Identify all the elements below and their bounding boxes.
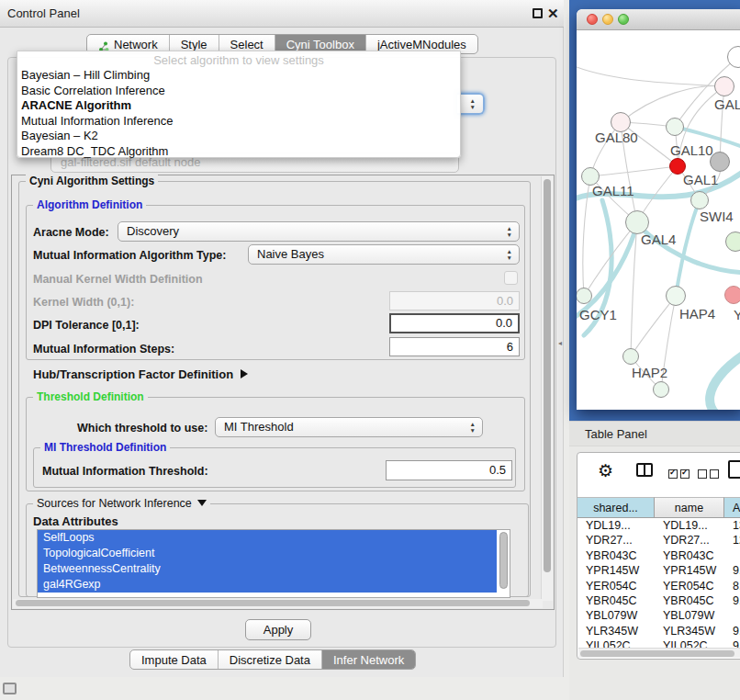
table-row[interactable]: YBL079WYBL079W xyxy=(577,608,740,623)
table-horizontal-scrollbar[interactable] xyxy=(578,648,740,658)
cyni-bottom-tabbar: Impute Data Discretize Data Infer Networ… xyxy=(129,649,416,670)
stepper-arrows-icon: ▲▼ xyxy=(507,225,512,238)
list-item[interactable]: TopologicalCoefficient xyxy=(38,546,497,561)
node-label: SWI4 xyxy=(700,209,734,224)
which-threshold-combobox[interactable]: MI Threshold ▲▼ xyxy=(215,417,483,437)
data-attributes-list: SelfLoops TopologicalCoefficient Between… xyxy=(37,529,510,598)
window-zoom-icon[interactable] xyxy=(618,14,629,25)
chevron-down-icon xyxy=(197,500,207,506)
mi-algorithm-type-label: Mutual Information Algorithm Type: xyxy=(33,249,226,262)
cyni-algorithm-settings-title: Cyni Algorithm Settings xyxy=(26,175,158,187)
list-item[interactable]: gal4RGexp xyxy=(38,577,497,593)
manual-kernel-width-label: Manual Kernel Width Definition xyxy=(33,273,203,286)
node-label: GAL4 xyxy=(641,231,676,247)
table-panel-body: ⚙ shared... name A YDL19...YDL19...13 YD… xyxy=(577,452,740,660)
table-row[interactable]: YBR045CYBR045C9. xyxy=(577,593,740,608)
aracne-mode-label: Aracne Mode: xyxy=(33,226,109,239)
dropdown-item-bayesian-k2[interactable]: Bayesian – K2 xyxy=(17,129,460,144)
list-item[interactable]: SelfLoops xyxy=(38,530,497,546)
mi-steps-field[interactable]: 6 xyxy=(389,337,520,356)
tab-impute-data[interactable]: Impute Data xyxy=(130,650,219,669)
manual-kernel-width-checkbox[interactable] xyxy=(504,271,518,285)
node-label: GAL xyxy=(714,96,740,112)
kernel-width-label: Kernel Width (0,1): xyxy=(33,296,134,309)
table-panel-titlebar: Table Panel xyxy=(569,421,740,446)
window-minimize-icon[interactable] xyxy=(602,14,613,25)
network-node[interactable] xyxy=(653,381,669,398)
network-window-titlebar[interactable] xyxy=(577,9,740,30)
float-window-icon[interactable] xyxy=(533,8,543,18)
list-item[interactable]: BetweennessCentrality xyxy=(38,561,497,577)
network-view-window[interactable]: GAL GAL80 GAL10 GAL1 GAL11 SWI4 GAL4 GCY… xyxy=(577,9,740,410)
node-label: HAP2 xyxy=(632,365,667,380)
columns-icon[interactable] xyxy=(636,463,653,477)
dpi-tolerance-field[interactable]: 0.0 xyxy=(389,313,520,333)
table-row[interactable]: YDR27...YDR27...12 xyxy=(577,533,740,548)
dropdown-item-basic-correlation[interactable]: Basic Correlation Inference xyxy=(17,84,460,99)
threshold-definition-title: Threshold Definition xyxy=(33,390,148,403)
hub-tf-definition-toggle[interactable]: Hub/Transcription Factor Definition xyxy=(33,367,248,381)
dropdown-placeholder: Select algorithm to view settings xyxy=(17,52,460,68)
network-canvas[interactable]: GAL GAL80 GAL10 GAL1 GAL11 SWI4 GAL4 GCY… xyxy=(577,30,740,410)
vertical-scrollbar[interactable] xyxy=(541,176,553,601)
node-label: GAL80 xyxy=(595,130,638,145)
node-label: Y xyxy=(734,307,740,322)
network-tab-icon xyxy=(98,39,109,50)
list-vertical-scrollbar[interactable] xyxy=(499,532,508,594)
mi-steps-label: Mutual Information Steps: xyxy=(33,343,174,356)
control-panel-title: Control Panel xyxy=(7,0,80,28)
tab-infer-network[interactable]: Infer Network xyxy=(322,650,415,669)
splitter-collapse-icon[interactable]: ◂ xyxy=(558,339,562,347)
column-header-shared-name[interactable]: shared... xyxy=(577,497,655,518)
sources-toggle[interactable]: Sources for Network Inference xyxy=(33,497,210,510)
algorithm-combobox-end[interactable]: ▲▼ xyxy=(457,93,485,115)
kernel-width-field[interactable]: 0.0 xyxy=(389,291,520,310)
node-label: GCY1 xyxy=(579,307,617,322)
table-row[interactable]: YPR145WYPR145W9. xyxy=(577,563,740,578)
apply-button[interactable]: Apply xyxy=(245,619,311,640)
network-node-hap2[interactable] xyxy=(622,348,639,365)
horizontal-scrollbar[interactable] xyxy=(13,599,543,608)
network-node-hap4[interactable] xyxy=(666,286,686,306)
dropdown-item-mutual-information[interactable]: Mutual Information Inference xyxy=(17,114,460,130)
network-node[interactable] xyxy=(724,286,740,304)
chevron-right-icon xyxy=(241,369,248,378)
network-node[interactable] xyxy=(714,76,734,96)
which-threshold-label: Which threshold to use: xyxy=(77,422,207,435)
window-close-icon[interactable] xyxy=(587,14,598,25)
aracne-mode-combobox[interactable]: Discovery ▲▼ xyxy=(118,221,520,242)
network-node-gal10[interactable] xyxy=(666,118,684,136)
table-row[interactable]: YLR345WYLR345W9. xyxy=(577,624,740,638)
new-table-icon[interactable] xyxy=(728,460,740,479)
node-label: GAL10 xyxy=(670,142,713,158)
restore-panel-icon[interactable] xyxy=(3,683,17,694)
node-label: GAL11 xyxy=(592,183,634,198)
algorithm-definition-title: Algorithm Definition xyxy=(33,198,146,211)
table-row[interactable]: YER054CYER054C8. xyxy=(577,579,740,593)
network-node-swi4[interactable] xyxy=(690,191,709,209)
network-node[interactable] xyxy=(725,231,740,252)
table-row[interactable]: YBR043CYBR043C xyxy=(577,548,740,563)
stepper-arrows-icon: ▲▼ xyxy=(470,97,476,110)
column-header-partial[interactable]: A xyxy=(724,497,740,518)
select-all-checkboxes-icon[interactable] xyxy=(668,466,690,482)
dropdown-item-dream8[interactable]: Dream8 DC_TDC Algorithm xyxy=(17,144,460,160)
data-attributes-label: Data Attributes xyxy=(33,514,118,528)
deselect-all-checkboxes-icon[interactable] xyxy=(698,466,719,482)
gear-icon[interactable]: ⚙ xyxy=(598,462,613,480)
dropdown-item-aracne[interactable]: ARACNE Algorithm xyxy=(17,98,460,114)
algorithm-dropdown-list: Select algorithm to view settings Bayesi… xyxy=(17,51,461,158)
tab-discretize-data[interactable]: Discretize Data xyxy=(219,650,322,669)
mi-threshold-field[interactable]: 0.5 xyxy=(386,460,512,480)
mi-threshold-definition-title: MI Threshold Definition xyxy=(40,441,170,454)
close-icon[interactable]: ✕ xyxy=(547,4,559,24)
column-header-name[interactable]: name xyxy=(655,497,724,518)
table-row[interactable]: YDL19...YDL19...13 xyxy=(577,518,740,533)
dpi-tolerance-label: DPI Tolerance [0,1]: xyxy=(33,319,140,332)
mi-algorithm-type-combobox[interactable]: Naive Bayes ▲▼ xyxy=(248,244,520,265)
control-panel: Control Panel ✕ Network Style Select Cyn… xyxy=(0,0,564,677)
node-label: GAL1 xyxy=(683,172,718,187)
dropdown-item-bayesian-hill-climbing[interactable]: Bayesian – Hill Climbing xyxy=(17,68,460,84)
table-header-row: shared... name A xyxy=(577,497,740,518)
desktop-background: GAL GAL80 GAL10 GAL1 GAL11 SWI4 GAL4 GCY… xyxy=(569,0,740,421)
